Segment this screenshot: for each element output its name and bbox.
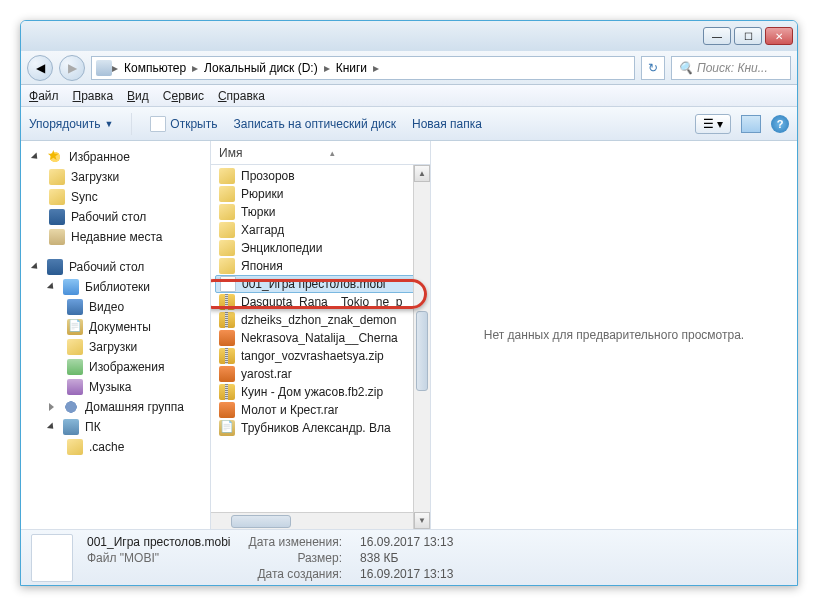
column-header-name[interactable]: Имя▴ [211, 141, 430, 165]
open-button[interactable]: Открыть [150, 116, 217, 132]
preview-pane: Нет данных для предварительного просмотр… [431, 141, 797, 529]
vertical-scrollbar[interactable]: ▲ ▼ [413, 165, 430, 529]
file-name: Молот и Крест.rar [241, 403, 338, 417]
sidebar-item-sync[interactable]: Sync [25, 187, 206, 207]
expand-icon [47, 422, 56, 431]
explorer-window: — ☐ ✕ ◀ ▶ ▸ Компьютер ▸ Локальный диск (… [20, 20, 798, 586]
menu-bar: Файл Правка Вид Сервис Справка [21, 85, 797, 107]
refresh-button[interactable]: ↻ [641, 56, 665, 80]
menu-edit[interactable]: Правка [73, 89, 114, 103]
chevron-down-icon: ▾ [717, 117, 723, 131]
sidebar-desktop[interactable]: Рабочий стол [25, 257, 206, 277]
file-row[interactable]: Dasgupta_Rana__Tokio_ne_p [211, 293, 430, 311]
sidebar-item-downloads[interactable]: Загрузки [25, 167, 206, 187]
organize-button[interactable]: Упорядочить▼ [29, 117, 113, 131]
status-filename: 001_Игра престолов.mobi [87, 535, 231, 549]
breadcrumb-part[interactable]: Локальный диск (D:) [198, 61, 324, 75]
desktop-icon [49, 209, 65, 225]
sidebar-libraries[interactable]: Библиотеки [25, 277, 206, 297]
zip-icon [219, 294, 235, 310]
file-row[interactable]: Nekrasova_Natalija__Cherna [211, 329, 430, 347]
sidebar-pc[interactable]: ПК [25, 417, 206, 437]
file-row[interactable]: yarost.rar [211, 365, 430, 383]
new-folder-button[interactable]: Новая папка [412, 117, 482, 131]
expand-icon [31, 262, 40, 271]
close-button[interactable]: ✕ [765, 27, 793, 45]
navigation-sidebar: Избранное Загрузки Sync Рабочий стол Нед… [21, 141, 211, 529]
back-icon: ◀ [36, 61, 45, 75]
expand-icon [49, 403, 54, 411]
navigation-bar: ◀ ▶ ▸ Компьютер ▸ Локальный диск (D:) ▸ … [21, 51, 797, 85]
file-row[interactable]: tangor_vozvrashaetsya.zip [211, 347, 430, 365]
menu-tools[interactable]: Сервис [163, 89, 204, 103]
titlebar: — ☐ ✕ [21, 21, 797, 51]
desktop-icon [47, 259, 63, 275]
search-input[interactable]: 🔍 Поиск: Кни... [671, 56, 791, 80]
star-icon [47, 149, 63, 165]
file-details: 001_Игра престолов.mobi Дата изменения: … [87, 535, 471, 581]
file-row[interactable]: Трубников Александр. Вла [211, 419, 430, 437]
list-icon: ☰ [703, 117, 714, 131]
minimize-button[interactable]: — [703, 27, 731, 45]
sidebar-item-documents[interactable]: Документы [25, 317, 206, 337]
sidebar-item-downloads[interactable]: Загрузки [25, 337, 206, 357]
file-name: dzheiks_dzhon_znak_demon [241, 313, 396, 327]
sidebar-item-desktop[interactable]: Рабочий стол [25, 207, 206, 227]
folder-icon [49, 189, 65, 205]
file-row[interactable]: Тюрки [211, 203, 430, 221]
file-icon [220, 276, 236, 292]
horizontal-scrollbar[interactable] [211, 512, 430, 529]
search-icon: 🔍 [678, 61, 693, 75]
view-options-button[interactable]: ☰▾ [695, 114, 731, 134]
status-type: Файл "MOBI" [87, 551, 231, 565]
sidebar-homegroup[interactable]: Домашняя группа [25, 397, 206, 417]
scroll-thumb[interactable] [416, 311, 428, 391]
status-bar: 001_Игра престолов.mobi Дата изменения: … [21, 529, 797, 585]
video-icon [67, 299, 83, 315]
content-area: Избранное Загрузки Sync Рабочий стол Нед… [21, 141, 797, 529]
back-button[interactable]: ◀ [27, 55, 53, 81]
sidebar-item-images[interactable]: Изображения [25, 357, 206, 377]
file-row[interactable]: Прозоров [211, 167, 430, 185]
file-name: Япония [241, 259, 283, 273]
breadcrumb-part[interactable]: Компьютер [118, 61, 192, 75]
forward-button[interactable]: ▶ [59, 55, 85, 81]
file-row[interactable]: dzheiks_dzhon_znak_demon [211, 311, 430, 329]
sidebar-item-music[interactable]: Музыка [25, 377, 206, 397]
file-row[interactable]: Молот и Крест.rar [211, 401, 430, 419]
maximize-button[interactable]: ☐ [734, 27, 762, 45]
sidebar-item-cache[interactable]: .cache [25, 437, 206, 457]
sidebar-favorites[interactable]: Избранное [25, 147, 206, 167]
menu-file[interactable]: Файл [29, 89, 59, 103]
file-row[interactable]: Рюрики [211, 185, 430, 203]
zip-icon [219, 312, 235, 328]
breadcrumb[interactable]: ▸ Компьютер ▸ Локальный диск (D:) ▸ Книг… [91, 56, 635, 80]
file-row[interactable]: Энциклопедии [211, 239, 430, 257]
rar-icon [219, 330, 235, 346]
doc-icon [219, 420, 235, 436]
scroll-down-icon[interactable]: ▼ [414, 512, 430, 529]
file-name: Dasgupta_Rana__Tokio_ne_p [241, 295, 402, 309]
file-row[interactable]: Япония [211, 257, 430, 275]
sidebar-item-video[interactable]: Видео [25, 297, 206, 317]
file-name: tangor_vozvrashaetsya.zip [241, 349, 384, 363]
burn-button[interactable]: Записать на оптический диск [233, 117, 396, 131]
status-size-value: 838 КБ [360, 551, 453, 565]
library-icon [63, 279, 79, 295]
help-button[interactable]: ? [771, 115, 789, 133]
file-row[interactable]: Куин - Дом ужасов.fb2.zip [211, 383, 430, 401]
breadcrumb-part[interactable]: Книги [330, 61, 373, 75]
zip-icon [219, 348, 235, 364]
file-row[interactable]: Хаггард [211, 221, 430, 239]
file-name: Трубников Александр. Вла [241, 421, 391, 435]
preview-pane-button[interactable] [741, 115, 761, 133]
refresh-icon: ↻ [648, 61, 658, 75]
file-row[interactable]: 001_Игра престолов.mobi [215, 275, 426, 293]
sidebar-item-recent[interactable]: Недавние места [25, 227, 206, 247]
menu-view[interactable]: Вид [127, 89, 149, 103]
menu-help[interactable]: Справка [218, 89, 265, 103]
scroll-up-icon[interactable]: ▲ [414, 165, 430, 182]
scroll-thumb[interactable] [231, 515, 291, 528]
toolbar: Упорядочить▼ Открыть Записать на оптичес… [21, 107, 797, 141]
folder-icon [67, 439, 83, 455]
